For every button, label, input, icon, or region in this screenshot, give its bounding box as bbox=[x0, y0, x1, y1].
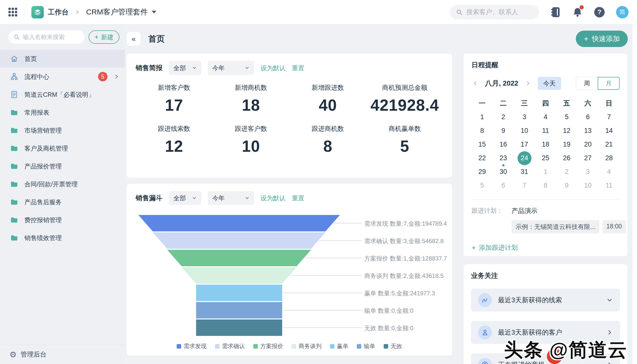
stat-0[interactable]: 新增客户数17 bbox=[136, 83, 212, 114]
legend-item-5[interactable]: 输单 bbox=[357, 342, 375, 350]
app-switch-caret-icon[interactable] bbox=[152, 11, 156, 14]
calendar-day[interactable]: 3 bbox=[514, 110, 535, 124]
sidebar-item-10[interactable]: 销售绩效管理 bbox=[0, 229, 125, 247]
calendar-day[interactable]: 8 bbox=[472, 124, 493, 138]
calendar-day[interactable]: 30 bbox=[493, 165, 514, 179]
set-default-link[interactable]: 设为默认 bbox=[260, 194, 286, 202]
calendar-prev-icon[interactable] bbox=[472, 80, 479, 87]
calendar-day[interactable]: 7 bbox=[598, 110, 620, 124]
sidebar-item-0[interactable]: 首页 bbox=[0, 50, 125, 68]
notebook-icon[interactable] bbox=[550, 6, 561, 18]
calendar-day[interactable]: 14 bbox=[598, 124, 620, 138]
sidebar-item-7[interactable]: 合同/回款/开票管理 bbox=[0, 175, 125, 193]
sidebar-collapse-button[interactable]: « bbox=[126, 32, 141, 46]
calendar-day[interactable]: 2 bbox=[493, 110, 514, 124]
stat-7[interactable]: 商机赢单数5 bbox=[366, 124, 443, 156]
calendar-day[interactable]: 29 bbox=[472, 165, 493, 179]
funnel-stage-1[interactable] bbox=[153, 232, 326, 249]
today-button[interactable]: 今天 bbox=[538, 77, 561, 90]
calendar-day[interactable]: 3 bbox=[577, 165, 598, 179]
global-search-input[interactable]: 搜索客户、联系人 bbox=[450, 5, 539, 20]
calendar-day[interactable]: 10 bbox=[514, 124, 535, 138]
focus-row-0[interactable]: 最近3天新获得的线索 bbox=[471, 288, 620, 312]
month-toggle[interactable]: 月 bbox=[598, 77, 620, 90]
legend-item-2[interactable]: 方案报价 bbox=[253, 342, 283, 350]
calendar-day[interactable]: 11 bbox=[535, 124, 556, 138]
calendar-day[interactable]: 9 bbox=[556, 179, 577, 192]
calendar-day[interactable]: 20 bbox=[577, 138, 598, 151]
calendar-day[interactable]: 5 bbox=[556, 110, 577, 124]
sidebar-item-1[interactable]: 流程中心5 bbox=[0, 68, 125, 86]
calendar-day[interactable]: 1 bbox=[472, 110, 493, 124]
calendar-day[interactable]: 4 bbox=[535, 110, 556, 124]
admin-console-button[interactable]: ⚙ 管理后台 bbox=[0, 344, 125, 364]
sidebar-item-2[interactable]: 简道云CRM「必看说明」 bbox=[0, 86, 125, 104]
reset-link[interactable]: 重置 bbox=[292, 194, 304, 202]
calendar-day[interactable]: 12 bbox=[556, 124, 577, 138]
calendar-next-icon[interactable] bbox=[524, 80, 532, 87]
scrollbar-track[interactable] bbox=[632, 24, 637, 364]
calendar-day[interactable]: 2 bbox=[556, 165, 577, 179]
calendar-day[interactable]: 6 bbox=[493, 179, 514, 192]
calendar-day[interactable]: 28 bbox=[598, 151, 620, 165]
calendar-day[interactable]: 26 bbox=[556, 151, 577, 165]
funnel-stage-2[interactable] bbox=[167, 250, 311, 266]
calendar-day[interactable]: 5 bbox=[472, 179, 493, 192]
legend-item-6[interactable]: 无效 bbox=[384, 342, 402, 350]
funnel-stage-4[interactable] bbox=[196, 285, 282, 301]
workspace-logo-icon[interactable] bbox=[31, 6, 44, 18]
legend-item-0[interactable]: 需求发现 bbox=[177, 342, 206, 350]
workspace-label[interactable]: 工作台 bbox=[48, 8, 69, 17]
calendar-day[interactable]: 13 bbox=[577, 124, 598, 138]
calendar-day[interactable]: 27 bbox=[577, 151, 598, 165]
stat-5[interactable]: 跟进客户数10 bbox=[212, 124, 290, 156]
calendar-day[interactable]: 1 bbox=[535, 165, 556, 179]
sidebar-item-8[interactable]: 产品售后服务 bbox=[0, 193, 125, 211]
funnel-stage-3[interactable] bbox=[182, 267, 296, 284]
notifications-bell-icon[interactable] bbox=[572, 7, 583, 18]
calendar-day[interactable]: 19 bbox=[556, 138, 577, 151]
calendar-day[interactable]: 16 bbox=[493, 138, 514, 151]
new-button[interactable]: + 新建 bbox=[88, 30, 120, 44]
stat-2[interactable]: 新增跟进数40 bbox=[290, 83, 366, 114]
calendar-day[interactable]: 25 bbox=[535, 151, 556, 165]
breadcrumb-app-title[interactable]: CRM客户管理套件 bbox=[86, 7, 148, 17]
funnel-scope-select[interactable]: 全部 bbox=[169, 191, 201, 205]
calendar-day[interactable]: 11 bbox=[598, 179, 620, 192]
calendar-day[interactable]: 22 bbox=[472, 151, 493, 165]
add-followup-link[interactable]: + 添加跟进计划 bbox=[472, 243, 620, 252]
sidebar-item-6[interactable]: 产品报价管理 bbox=[0, 157, 125, 175]
sidebar-item-3[interactable]: 常用报表 bbox=[0, 104, 125, 122]
funnel-stage-5[interactable] bbox=[196, 302, 282, 318]
sales-brief-period-select[interactable]: 今年 bbox=[208, 61, 254, 75]
sidebar-item-9[interactable]: 费控报销管理 bbox=[0, 211, 125, 229]
funnel-stage-6[interactable] bbox=[196, 320, 282, 336]
funnel-stage-0[interactable] bbox=[138, 215, 340, 232]
calendar-day[interactable]: 7 bbox=[514, 179, 535, 192]
legend-item-4[interactable]: 赢单 bbox=[330, 342, 348, 350]
help-icon[interactable]: ? bbox=[594, 7, 605, 18]
sales-brief-scope-select[interactable]: 全部 bbox=[169, 61, 201, 75]
quick-add-button[interactable]: + 快速添加 bbox=[576, 30, 628, 47]
week-toggle[interactable]: 周 bbox=[576, 77, 598, 90]
user-avatar[interactable]: 简 bbox=[616, 6, 628, 18]
calendar-day-selected[interactable]: 24 bbox=[514, 151, 535, 165]
calendar-day[interactable]: 10 bbox=[577, 179, 598, 192]
followup-company-pill[interactable]: 示例：无锡简道云科技有限... bbox=[512, 220, 600, 234]
calendar-day[interactable]: 15 bbox=[472, 138, 493, 151]
calendar-day[interactable]: 18 bbox=[535, 138, 556, 151]
set-default-link[interactable]: 设为默认 bbox=[260, 64, 286, 72]
calendar-day[interactable]: 17 bbox=[514, 138, 535, 151]
reset-link[interactable]: 重置 bbox=[292, 64, 304, 72]
calendar-day[interactable]: 21 bbox=[598, 138, 620, 151]
calendar-day[interactable]: 31 bbox=[514, 165, 535, 179]
calendar-day[interactable]: 6 bbox=[577, 110, 598, 124]
stat-1[interactable]: 新增商机数18 bbox=[212, 83, 290, 114]
legend-item-1[interactable]: 需求确认 bbox=[215, 342, 245, 350]
calendar-day[interactable]: 8 bbox=[535, 179, 556, 192]
calendar-day[interactable]: 4 bbox=[598, 165, 620, 179]
stat-3[interactable]: 商机预测总金额421928.4 bbox=[366, 83, 443, 114]
stat-4[interactable]: 跟进线索数12 bbox=[136, 124, 212, 156]
legend-item-3[interactable]: 商务谈判 bbox=[292, 342, 322, 350]
app-grid-icon[interactable] bbox=[8, 8, 17, 16]
